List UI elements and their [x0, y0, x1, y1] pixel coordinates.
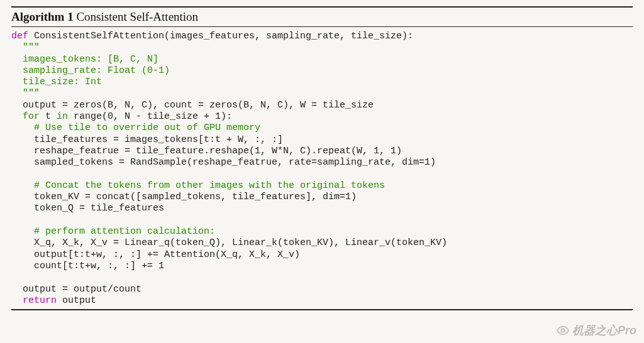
code-line: output[t:t+w, :, :] += Attention(X_q, X_…: [11, 249, 300, 260]
rule-mid: [11, 26, 633, 27]
for-var: t: [40, 111, 57, 122]
code-line: token_Q = tile_features: [11, 203, 164, 214]
code-line: output = output/count: [11, 284, 142, 295]
code-line: sampled_tokens = RandSample(reshape_feat…: [11, 157, 436, 168]
code-listing: def ConsistentSelfAttention(images_featu…: [11, 31, 633, 307]
kw-def: def: [11, 31, 28, 41]
watermark-text: 机器之心Pro: [572, 323, 636, 338]
kw-in: in: [57, 111, 68, 122]
algorithm-name: Consistent Self-Attention: [74, 10, 198, 23]
watermark: 机器之心Pro: [556, 323, 636, 338]
comment-line: # Concat the tokens from other images wi…: [11, 180, 385, 191]
svg-point-0: [561, 329, 565, 332]
algorithm-label: Algorithm 1: [11, 10, 74, 23]
code-line: X_q, X_k, X_v = Linear_q(token_Q), Linea…: [11, 237, 447, 248]
docstring-line: sampling_rate: Float (0-1): [11, 65, 170, 76]
for-rest: range(0, N - tile_size + 1):: [68, 111, 232, 122]
eye-icon: [556, 324, 570, 337]
code-line: token_KV = concat([sampled_tokens, tile_…: [11, 192, 357, 202]
code-line: reshape_featrue = tile_feature.reshape(1…: [11, 146, 402, 156]
code-line: tile_features = images_tokens[t:t + W, :…: [11, 134, 283, 145]
rule-top: [11, 6, 633, 8]
comment-line: # Use tile to override out of GPU memory: [11, 122, 260, 133]
docstring-open: """: [11, 42, 40, 53]
return-expr: output: [57, 295, 96, 306]
kw-return: return: [11, 295, 57, 306]
kw-for: for: [11, 111, 40, 122]
comment-line: # perform attention calculation:: [11, 226, 215, 237]
code-line: output = zeros(B, N, C), count = zeros(B…: [11, 100, 374, 111]
docstring-line: images_tokens: [B, C, N]: [11, 54, 158, 65]
docstring-close: """: [11, 88, 40, 99]
fn-signature: ConsistentSelfAttention(images_features,…: [28, 31, 413, 41]
docstring-line: tile_size: Int: [11, 77, 102, 87]
algorithm-title: Algorithm 1 Consistent Self-Attention: [11, 9, 633, 25]
rule-bottom: [11, 309, 633, 310]
code-line: count[t:t+w, :, :] += 1: [11, 261, 164, 271]
algorithm-block: Algorithm 1 Consistent Self-Attention de…: [0, 0, 644, 317]
